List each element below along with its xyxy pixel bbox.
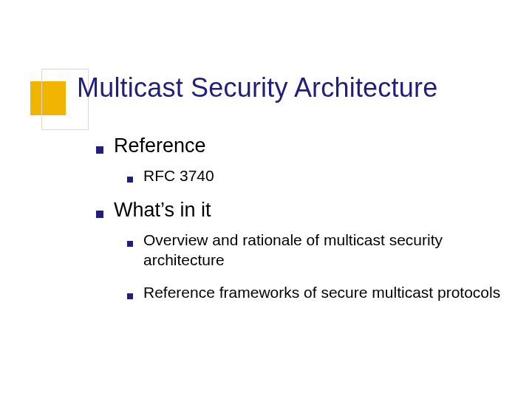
square-bullet-icon: [96, 211, 103, 218]
list-item-label: What’s in it: [114, 199, 502, 222]
list-subitem: Reference frameworks of secure multicast…: [127, 283, 502, 302]
decoration-yellow-block: [30, 81, 66, 115]
slide-title: Multicast Security Architecture: [77, 72, 437, 103]
slide-content: Reference RFC 3740 What’s in it Overview…: [96, 134, 502, 316]
list-subitem-label: Reference frameworks of secure multicast…: [143, 283, 502, 302]
list-item: What’s in it: [96, 199, 502, 222]
list-item: Reference: [96, 134, 502, 157]
square-bullet-icon: [127, 241, 133, 247]
list-subitem: Overview and rationale of multicast secu…: [127, 231, 502, 270]
square-bullet-icon: [96, 146, 103, 154]
list-subitem: RFC 3740: [127, 166, 502, 185]
list-item-label: Reference: [114, 134, 502, 157]
list-subitem-label: RFC 3740: [143, 166, 502, 185]
list-subitem-label: Overview and rationale of multicast secu…: [143, 231, 502, 270]
square-bullet-icon: [127, 293, 133, 299]
square-bullet-icon: [127, 177, 133, 183]
